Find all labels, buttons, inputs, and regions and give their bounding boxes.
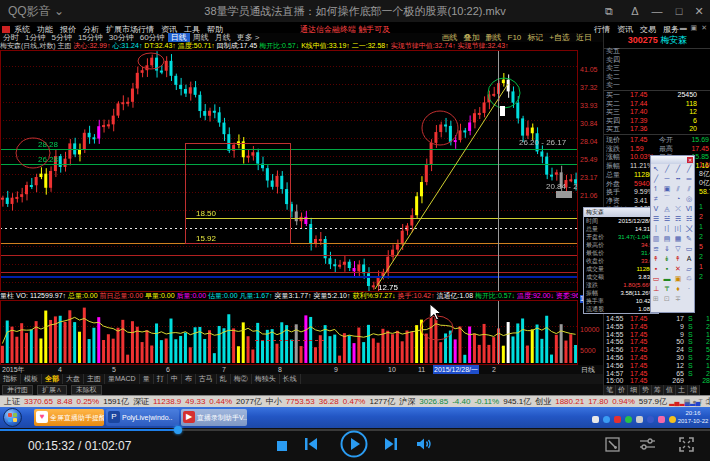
period-tab-周线[interactable]: 周线 xyxy=(190,33,212,42)
cast-icon[interactable]: ⧉ xyxy=(600,3,618,19)
draw-tool-icon[interactable]: ▦ xyxy=(673,234,684,244)
main-candlestick-chart[interactable] xyxy=(0,50,578,292)
tool-删线[interactable]: 删线 xyxy=(483,33,505,42)
draw-tool-icon[interactable]: ↟ xyxy=(651,254,662,264)
tab-模板[interactable]: 模板 xyxy=(21,374,42,384)
draw-tool-icon[interactable]: 〢 xyxy=(662,224,673,234)
tray-icon[interactable] xyxy=(636,416,643,423)
draw-tool-icon[interactable]: 〡 xyxy=(651,224,662,234)
video-frame[interactable]: 系统功能报价分析扩展市场行情资讯工具帮助 通达信金融终端 触手可及 行情资讯交易… xyxy=(0,22,710,428)
draw-tool-icon[interactable]: ⫽ xyxy=(684,184,695,194)
tool-+自选[interactable]: +自选 xyxy=(546,33,573,42)
draw-tool-icon[interactable]: 〣 xyxy=(673,224,684,234)
tdx-window-buttons[interactable]: ▬ ▣ ✕ xyxy=(680,24,708,32)
draw-tool-icon[interactable]: ↿ xyxy=(651,184,662,194)
tool-叠加[interactable]: 叠加 xyxy=(461,33,483,42)
draw-tool-icon[interactable]: ─ xyxy=(662,174,673,184)
mode-button-未除权[interactable]: 未除权 xyxy=(71,385,102,395)
tool-标记[interactable]: 标记 xyxy=(524,33,546,42)
panel-tab-土[interactable]: 土 xyxy=(676,385,688,395)
tab-全部[interactable]: 全部 xyxy=(42,374,63,384)
draw-tool-icon[interactable]: ≊ xyxy=(651,244,662,254)
draw-tool-icon[interactable]: ═ xyxy=(684,174,695,184)
date-axis[interactable]: 2015/12/28/一 日线 2015年45678910112 xyxy=(0,365,603,374)
draw-tool-icon[interactable]: ▥ xyxy=(651,234,662,244)
system-tray[interactable] xyxy=(588,410,676,425)
period-tab-15分钟[interactable]: 15分钟 xyxy=(75,33,106,42)
tray-icon[interactable] xyxy=(669,416,676,423)
previous-button[interactable] xyxy=(304,437,318,455)
tray-icon[interactable] xyxy=(658,416,665,423)
draw-tool-icon[interactable]: ▬ xyxy=(662,274,673,284)
draw-tool-icon[interactable]: ⌒ xyxy=(662,194,673,204)
draw-tool-icon[interactable]: ▣ xyxy=(673,274,684,284)
period-tab-1分钟[interactable]: 1分钟 xyxy=(22,33,48,42)
draw-tool-icon[interactable]: ╱ xyxy=(684,164,695,174)
tray-icon[interactable] xyxy=(603,416,610,423)
tool-F10[interactable]: F10 xyxy=(505,33,525,42)
play-button[interactable] xyxy=(340,430,368,461)
tray-icon[interactable] xyxy=(592,416,599,423)
draw-tool-icon[interactable]: ✎ xyxy=(684,234,695,244)
tab-长线[interactable]: 长线 xyxy=(280,374,301,384)
minimize-icon[interactable]: — xyxy=(648,3,666,19)
tab-大盘[interactable]: 大盘 xyxy=(63,374,84,384)
draw-tool-icon[interactable]: ▪ xyxy=(662,264,673,274)
next-button[interactable] xyxy=(384,437,398,455)
volume-chart[interactable] xyxy=(0,300,578,365)
tool-近日[interactable]: 近日 xyxy=(573,33,595,42)
fullscreen-icon[interactable] xyxy=(679,437,694,456)
settings-sliders-icon[interactable] xyxy=(639,437,656,455)
close-icon[interactable]: ✕ xyxy=(687,157,693,163)
draw-tool-icon[interactable]: ☴ xyxy=(673,214,684,224)
draw-tool-icon[interactable]: ↟ xyxy=(673,254,684,264)
period-tab-5分钟[interactable]: 5分钟 xyxy=(48,33,74,42)
statusbar-icons[interactable]: ▤ ● T ↕ xyxy=(684,396,708,407)
draw-tool-icon[interactable]: ⊥ xyxy=(651,284,662,294)
draw-tool-icon[interactable]: ▪ xyxy=(651,264,662,274)
period-tab-分时[interactable]: 分时 xyxy=(0,33,22,42)
drawing-toolbar-titlebar[interactable]: ✕ xyxy=(651,156,694,164)
draw-tool-icon[interactable]: ╱ xyxy=(662,164,673,174)
draw-tool-icon[interactable]: ▭ xyxy=(684,244,695,254)
draw-tool-icon[interactable]: ⊞ xyxy=(651,294,662,304)
draw-tool-icon[interactable]: ♲ xyxy=(684,274,695,284)
volume-icon[interactable] xyxy=(416,437,432,455)
draw-tool-icon[interactable]: ☰ xyxy=(651,214,662,224)
draw-tool-icon[interactable]: A xyxy=(684,254,695,264)
draw-tool-icon[interactable]: · xyxy=(684,284,695,294)
panel-tab-筹[interactable]: 筹 xyxy=(652,385,664,395)
draw-tool-icon[interactable]: ▱ xyxy=(684,264,695,274)
taskbar-button[interactable]: PPolyLive|windo.. xyxy=(106,409,179,426)
draw-tool-icon[interactable]: ↡ xyxy=(662,254,673,264)
tab-布[interactable]: 布 xyxy=(182,374,196,384)
period-tab-更多 >[interactable]: 更多 > xyxy=(234,33,263,42)
draw-tool-icon[interactable]: ◎ xyxy=(684,194,695,204)
draw-tool-icon[interactable]: ⇓ xyxy=(662,244,673,254)
tray-icon[interactable] xyxy=(625,416,632,423)
period-tab-30分钟[interactable]: 30分钟 xyxy=(106,33,137,42)
tray-icon[interactable] xyxy=(614,416,621,423)
draw-tool-icon[interactable]: ◬ xyxy=(662,204,673,214)
tray-icon[interactable] xyxy=(647,416,654,423)
draw-tool-icon[interactable]: ₸ xyxy=(662,284,673,294)
stop-button[interactable] xyxy=(276,438,288,456)
tab-指标[interactable]: 指标 xyxy=(0,374,21,384)
draw-tool-icon[interactable]: ✕ xyxy=(673,264,684,274)
draw-tool-icon[interactable]: ▣ xyxy=(662,184,673,194)
panel-tab-增[interactable]: 增 xyxy=(688,385,700,395)
taskbar-button[interactable]: ♥全屏直播助手提醒.. xyxy=(34,409,104,426)
taskbar-button[interactable]: ▶直播录制助手V.. xyxy=(181,409,247,426)
panel-tab-笔[interactable]: 笔 xyxy=(604,385,616,395)
panel-tab-值[interactable]: 值 xyxy=(664,385,676,395)
draw-tool-icon[interactable]: ☵ xyxy=(684,214,695,224)
start-button[interactable] xyxy=(3,408,22,427)
snapshot-tool-icon[interactable] xyxy=(605,437,620,456)
panel-tab-细[interactable]: 细 xyxy=(628,385,640,395)
draw-tool-icon[interactable]: ⤫ xyxy=(673,204,684,214)
tab-梅②[interactable]: 梅② xyxy=(231,374,252,384)
draw-tool-icon[interactable]: Ⅵ xyxy=(684,204,695,214)
draw-tool-icon[interactable]: ◔ xyxy=(673,194,684,204)
draw-tool-icon[interactable]: ≠ xyxy=(651,194,662,204)
tab-量[interactable]: 量 xyxy=(140,374,154,384)
